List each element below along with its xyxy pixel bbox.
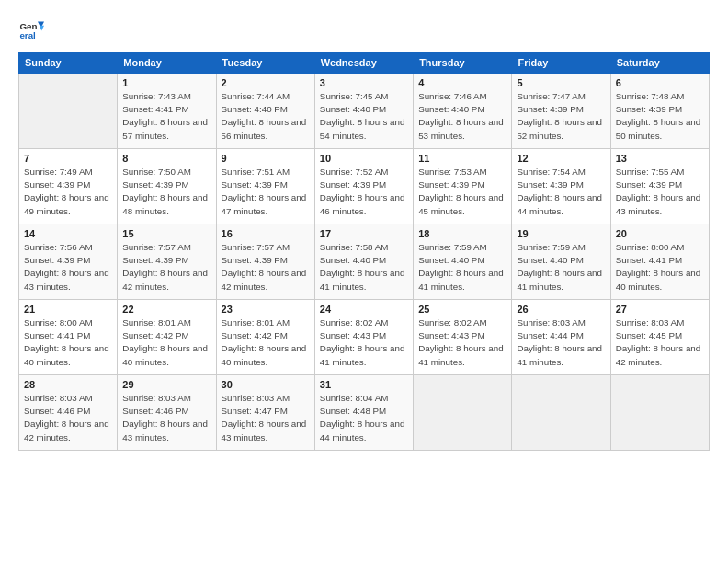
calendar-cell: 20Sunrise: 8:00 AMSunset: 4:41 PMDayligh…	[610, 224, 709, 300]
day-number: 28	[24, 379, 112, 390]
svg-text:eral: eral	[19, 30, 36, 40]
day-number: 16	[222, 228, 310, 239]
calendar-cell: 12Sunrise: 7:54 AMSunset: 4:39 PMDayligh…	[512, 149, 610, 224]
calendar-cell: 31Sunrise: 8:04 AMSunset: 4:48 PMDayligh…	[314, 375, 413, 451]
day-number: 2	[222, 77, 310, 88]
day-detail: Sunrise: 7:55 AMSunset: 4:39 PMDaylight:…	[616, 166, 704, 218]
day-detail: Sunrise: 8:04 AMSunset: 4:48 PMDaylight:…	[320, 392, 408, 444]
day-number: 6	[616, 77, 704, 88]
day-detail: Sunrise: 8:00 AMSunset: 4:41 PMDaylight:…	[24, 316, 112, 369]
day-number: 5	[517, 77, 605, 88]
day-number: 20	[616, 228, 704, 239]
calendar-cell: 11Sunrise: 7:53 AMSunset: 4:39 PMDayligh…	[414, 149, 512, 224]
day-detail: Sunrise: 7:46 AMSunset: 4:40 PMDaylight:…	[418, 90, 506, 143]
calendar-cell: 25Sunrise: 8:02 AMSunset: 4:43 PMDayligh…	[414, 300, 512, 375]
calendar-cell: 10Sunrise: 7:52 AMSunset: 4:39 PMDayligh…	[314, 149, 413, 224]
logo-icon: Gen eral	[18, 17, 44, 42]
day-detail: Sunrise: 7:44 AMSunset: 4:40 PMDaylight:…	[222, 90, 310, 143]
day-number: 8	[122, 153, 210, 164]
day-number: 14	[24, 228, 112, 239]
day-detail: Sunrise: 7:49 AMSunset: 4:39 PMDaylight:…	[24, 166, 112, 218]
day-detail: Sunrise: 7:50 AMSunset: 4:39 PMDaylight:…	[122, 166, 210, 218]
calendar-cell: 3Sunrise: 7:45 AMSunset: 4:40 PMDaylight…	[314, 74, 413, 149]
calendar-cell: 22Sunrise: 8:01 AMSunset: 4:42 PMDayligh…	[118, 300, 216, 375]
day-number: 31	[320, 379, 408, 390]
logo: Gen eral	[18, 17, 48, 42]
calendar-cell	[414, 375, 512, 451]
calendar-cell: 7Sunrise: 7:49 AMSunset: 4:39 PMDaylight…	[19, 149, 118, 224]
day-number: 21	[24, 304, 112, 315]
day-detail: Sunrise: 8:03 AMSunset: 4:47 PMDaylight:…	[222, 392, 310, 444]
day-number: 26	[517, 304, 605, 315]
day-detail: Sunrise: 7:51 AMSunset: 4:39 PMDaylight:…	[222, 166, 310, 218]
weekday-header-tuesday: Tuesday	[216, 52, 314, 74]
day-number: 3	[320, 77, 408, 88]
calendar-cell: 6Sunrise: 7:48 AMSunset: 4:39 PMDaylight…	[610, 74, 709, 149]
day-detail: Sunrise: 8:01 AMSunset: 4:42 PMDaylight:…	[122, 316, 210, 369]
calendar-cell: 5Sunrise: 7:47 AMSunset: 4:39 PMDaylight…	[512, 74, 610, 149]
calendar-cell: 26Sunrise: 8:03 AMSunset: 4:44 PMDayligh…	[512, 300, 610, 375]
day-detail: Sunrise: 7:43 AMSunset: 4:41 PMDaylight:…	[122, 90, 210, 143]
day-detail: Sunrise: 7:57 AMSunset: 4:39 PMDaylight:…	[222, 241, 310, 293]
calendar-cell: 4Sunrise: 7:46 AMSunset: 4:40 PMDaylight…	[414, 74, 512, 149]
day-number: 30	[222, 379, 310, 390]
weekday-header-saturday: Saturday	[610, 52, 709, 74]
calendar-cell	[610, 375, 709, 451]
calendar-cell: 8Sunrise: 7:50 AMSunset: 4:39 PMDaylight…	[118, 149, 216, 224]
day-number: 15	[122, 228, 210, 239]
weekday-header-thursday: Thursday	[414, 52, 512, 74]
day-number: 13	[616, 153, 704, 164]
calendar-cell: 15Sunrise: 7:57 AMSunset: 4:39 PMDayligh…	[118, 224, 216, 300]
day-number: 27	[616, 304, 704, 315]
calendar-cell: 19Sunrise: 7:59 AMSunset: 4:40 PMDayligh…	[512, 224, 610, 300]
day-detail: Sunrise: 8:03 AMSunset: 4:46 PMDaylight:…	[24, 392, 112, 444]
day-number: 23	[222, 304, 310, 315]
day-number: 22	[122, 304, 210, 315]
calendar-cell: 24Sunrise: 8:02 AMSunset: 4:43 PMDayligh…	[314, 300, 413, 375]
day-detail: Sunrise: 8:03 AMSunset: 4:45 PMDaylight:…	[616, 316, 704, 369]
weekday-header-monday: Monday	[118, 52, 216, 74]
calendar-cell	[19, 74, 118, 149]
day-number: 9	[222, 153, 310, 164]
day-detail: Sunrise: 8:00 AMSunset: 4:41 PMDaylight:…	[616, 241, 704, 293]
day-detail: Sunrise: 7:59 AMSunset: 4:40 PMDaylight:…	[517, 241, 605, 293]
calendar-cell: 23Sunrise: 8:01 AMSunset: 4:42 PMDayligh…	[216, 300, 314, 375]
day-detail: Sunrise: 7:59 AMSunset: 4:40 PMDaylight:…	[418, 241, 506, 293]
day-detail: Sunrise: 8:01 AMSunset: 4:42 PMDaylight:…	[222, 316, 310, 369]
day-detail: Sunrise: 7:48 AMSunset: 4:39 PMDaylight:…	[616, 90, 704, 143]
day-detail: Sunrise: 8:02 AMSunset: 4:43 PMDaylight:…	[418, 316, 506, 369]
day-detail: Sunrise: 8:03 AMSunset: 4:44 PMDaylight:…	[517, 316, 605, 369]
day-number: 12	[517, 153, 605, 164]
day-number: 4	[418, 77, 506, 88]
calendar-cell: 9Sunrise: 7:51 AMSunset: 4:39 PMDaylight…	[216, 149, 314, 224]
day-detail: Sunrise: 7:52 AMSunset: 4:39 PMDaylight:…	[320, 166, 408, 218]
calendar-cell: 30Sunrise: 8:03 AMSunset: 4:47 PMDayligh…	[216, 375, 314, 451]
calendar-cell: 14Sunrise: 7:56 AMSunset: 4:39 PMDayligh…	[19, 224, 118, 300]
calendar-cell: 1Sunrise: 7:43 AMSunset: 4:41 PMDaylight…	[118, 74, 216, 149]
day-number: 24	[320, 304, 408, 315]
calendar-cell: 28Sunrise: 8:03 AMSunset: 4:46 PMDayligh…	[19, 375, 118, 451]
day-number: 7	[24, 153, 112, 164]
day-number: 17	[320, 228, 408, 239]
day-detail: Sunrise: 8:02 AMSunset: 4:43 PMDaylight:…	[320, 316, 408, 369]
day-detail: Sunrise: 7:54 AMSunset: 4:39 PMDaylight:…	[517, 166, 605, 218]
calendar-cell: 17Sunrise: 7:58 AMSunset: 4:40 PMDayligh…	[314, 224, 413, 300]
weekday-header-wednesday: Wednesday	[314, 52, 413, 74]
calendar-cell: 16Sunrise: 7:57 AMSunset: 4:39 PMDayligh…	[216, 224, 314, 300]
calendar-cell: 27Sunrise: 8:03 AMSunset: 4:45 PMDayligh…	[610, 300, 709, 375]
day-detail: Sunrise: 7:57 AMSunset: 4:39 PMDaylight:…	[122, 241, 210, 293]
weekday-header-sunday: Sunday	[19, 52, 118, 74]
day-detail: Sunrise: 7:58 AMSunset: 4:40 PMDaylight:…	[320, 241, 408, 293]
day-number: 1	[122, 77, 210, 88]
day-number: 11	[418, 153, 506, 164]
calendar-table: SundayMondayTuesdayWednesdayThursdayFrid…	[18, 52, 710, 451]
page-header: Gen eral	[18, 17, 710, 42]
calendar-cell	[512, 375, 610, 451]
calendar-cell: 2Sunrise: 7:44 AMSunset: 4:40 PMDaylight…	[216, 74, 314, 149]
day-number: 29	[122, 379, 210, 390]
weekday-header-friday: Friday	[512, 52, 610, 74]
calendar-cell: 13Sunrise: 7:55 AMSunset: 4:39 PMDayligh…	[610, 149, 709, 224]
day-detail: Sunrise: 8:03 AMSunset: 4:46 PMDaylight:…	[122, 392, 210, 444]
calendar-cell: 21Sunrise: 8:00 AMSunset: 4:41 PMDayligh…	[19, 300, 118, 375]
calendar-cell: 18Sunrise: 7:59 AMSunset: 4:40 PMDayligh…	[414, 224, 512, 300]
